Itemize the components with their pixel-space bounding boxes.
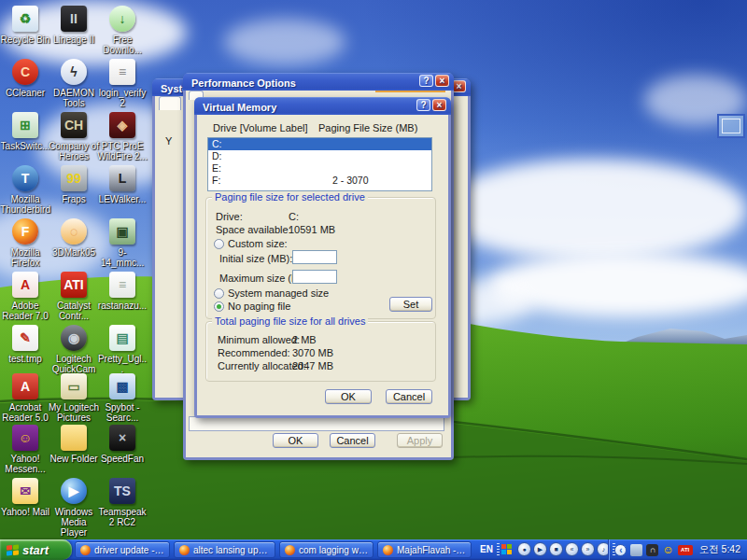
desktop-icon-label: 3DMark05 [49, 247, 99, 258]
desktop-icon[interactable]: ATICatalyst Contr... [49, 272, 99, 321]
ok-button[interactable]: OK [325, 389, 372, 404]
custom-size-radio[interactable] [214, 239, 224, 249]
desktop-icon-image: ▶ [61, 478, 87, 504]
drive-listbox[interactable]: C: D: E: F:2 - 3070 [207, 137, 432, 191]
collapse-chevron-icon[interactable]: ‹ [614, 544, 627, 556]
desktop-icon[interactable]: ✎test.tmp [0, 325, 50, 364]
desktop-icon[interactable]: ✉Yahoo! Mail [0, 478, 50, 517]
desktop-icon-image: ⊞ [12, 112, 38, 138]
next-button[interactable]: » [581, 542, 595, 556]
desktop-icon[interactable]: ☺Yahoo! Messen... [0, 425, 50, 474]
desktop-icon[interactable]: ◉Logitech QuickCam [49, 325, 99, 374]
system-managed-radio[interactable] [214, 288, 224, 299]
tab-highlight [375, 91, 445, 92]
desktop-icon[interactable]: ♻Recycle Bin [0, 6, 50, 45]
desktop-icon[interactable]: IILineage II [49, 6, 99, 45]
stop-button[interactable]: ■ [549, 542, 563, 556]
drive-row[interactable]: F:2 - 3070 [208, 175, 431, 187]
selected-drive-group: Paging file size for selected drive Driv… [205, 197, 436, 319]
cancel-button[interactable]: Cancel [330, 433, 375, 448]
play-button[interactable]: ▶ [533, 542, 547, 556]
no-paging-file-radio[interactable] [214, 301, 224, 312]
desktop-icon[interactable]: FMozilla Firefox [0, 218, 50, 268]
desktop-icon-label: rastanazu... [97, 301, 148, 311]
desktop-icon[interactable]: CHCompany of Heroes [49, 112, 99, 161]
set-button[interactable]: Set [389, 297, 432, 312]
desktop-icon-image: F [12, 218, 38, 245]
drive-row[interactable]: C: [208, 138, 431, 150]
drive-letter: E: [212, 162, 221, 174]
desktop-icon[interactable]: TMozilla Thunderbird [0, 165, 50, 215]
column-header-paging: Paging File Size (MB) [318, 122, 417, 133]
desktop-icon[interactable]: ◌3DMark05 [49, 218, 99, 258]
taskbar-task[interactable]: MajahFlavah - P... [377, 541, 472, 558]
close-icon[interactable]: × [452, 80, 466, 92]
taskbar-task[interactable]: driver update - ... [75, 541, 170, 558]
desktop-widget[interactable] [717, 114, 745, 138]
desktop-icon[interactable]: ≡login_verify2 [97, 59, 148, 108]
desktop-icon[interactable]: ≡rastanazu... [97, 272, 148, 311]
tray-headset-icon[interactable]: ∩ [646, 544, 658, 556]
desktop-icon[interactable]: AAdobe Reader 7.0 [0, 272, 50, 321]
help-icon[interactable]: ? [419, 75, 433, 87]
desktop-icon[interactable]: ⊞TaskSwitc... [0, 112, 50, 151]
help-icon[interactable]: ? [416, 99, 430, 111]
performance-options-titlebar[interactable]: Performance Options ? × [183, 73, 454, 91]
start-button[interactable]: start [0, 539, 72, 560]
desktop-icon-image: ♻ [12, 6, 38, 32]
desktop-icon[interactable]: ◈PTC ProE WildFire 2... [97, 112, 148, 161]
drive-letter: D: [212, 150, 222, 161]
desktop-icon-image: ▤ [109, 325, 135, 351]
desktop-icon-label: New Folder [49, 454, 99, 464]
firefox-icon [179, 545, 190, 555]
desktop-icon[interactable]: 99Fraps [49, 165, 99, 204]
previous-button[interactable]: « [565, 542, 579, 556]
tray-device-icon[interactable] [630, 544, 642, 556]
desktop-icon[interactable]: TSTeamspeak 2 RC2 [97, 478, 148, 527]
language-indicator[interactable]: EN [475, 539, 498, 560]
drive-row[interactable]: E: [208, 162, 431, 175]
tray-yahoo-messenger-icon[interactable]: ☺ [662, 544, 673, 556]
window-title: Virtual Memory [203, 102, 276, 113]
desktop-icon-image: C [12, 59, 38, 85]
taskbar-task[interactable]: com lagging whe... [279, 541, 374, 558]
desktop-icon-image: ✎ [12, 325, 38, 351]
taskbar-task[interactable]: altec lansing upd... [174, 541, 275, 558]
cancel-button[interactable]: Cancel [386, 389, 432, 404]
desktop-icon[interactable]: ϟDAEMON Tools [49, 59, 99, 108]
desktop-icon[interactable]: ↓Free Downlo... [97, 6, 148, 55]
toolbar-grip[interactable] [497, 543, 500, 556]
initial-size-input[interactable] [292, 250, 337, 264]
desktop-icon[interactable]: LLEWalker... [97, 165, 148, 204]
desktop-icon-image: ▣ [109, 218, 135, 245]
desktop-icon-label: Adobe Reader 7.0 [0, 301, 50, 321]
desktop-icon[interactable]: ▶Windows Media Player [49, 478, 99, 538]
desktop-icon[interactable]: ▣9-14_mmc... [97, 218, 148, 268]
desktop-icon[interactable]: ▩Spybot - Searc... [97, 373, 148, 423]
close-icon[interactable]: × [432, 99, 446, 111]
desktop-icon[interactable]: ×SpeedFan [97, 425, 148, 464]
desktop-icon-label: Mozilla Firefox [0, 247, 50, 268]
desktop-icon[interactable]: AAcrobat Reader 5.0 [0, 373, 50, 423]
ok-button[interactable]: OK [273, 433, 318, 448]
desktop-icon-image: ↓ [109, 6, 135, 32]
desktop-icon-image: ◈ [109, 112, 135, 138]
desktop-icon[interactable]: ▭My Logitech Pictures [49, 373, 99, 423]
maximum-size-input[interactable] [292, 270, 337, 284]
apply-button[interactable]: Apply [397, 433, 443, 448]
desktop-icon-label: Recycle Bin [0, 35, 50, 45]
close-icon[interactable]: × [435, 75, 449, 87]
virtual-memory-titlebar[interactable]: Virtual Memory ? × [194, 97, 451, 115]
tray-ati-icon[interactable]: ATI [678, 545, 693, 555]
desktop-icon[interactable]: ▤Pretty_Ugl... [97, 325, 148, 374]
desktop-icon[interactable]: New Folder [49, 425, 99, 464]
space-available-value: 10591 MB [289, 224, 335, 235]
record-button[interactable]: ● [517, 542, 531, 556]
drive-row[interactable]: D: [208, 150, 431, 162]
desktop-icon-label: Yahoo! Mail [0, 507, 50, 517]
desktop-icon[interactable]: CCCleaner [0, 59, 50, 98]
recommended-value: 3070 MB [292, 347, 333, 358]
firefox-icon [80, 545, 91, 555]
tab-fragment[interactable] [159, 96, 181, 110]
tray-clock[interactable]: 오전 5:42 [699, 543, 740, 556]
